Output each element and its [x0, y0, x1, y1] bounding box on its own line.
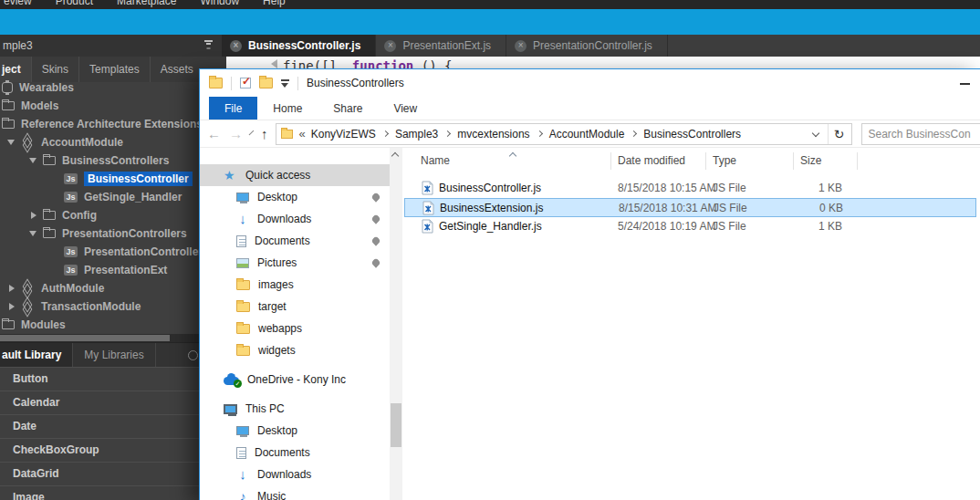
nav-item-pc-downloads[interactable]: Downloads: [200, 464, 390, 485]
widget-item-button[interactable]: Button: [0, 368, 199, 391]
tab-default-library[interactable]: ault Library: [0, 343, 73, 367]
column-divider[interactable]: [705, 152, 706, 170]
tree-item-businesscontrollers[interactable]: BusinessControllers: [0, 151, 199, 170]
column-divider[interactable]: [857, 152, 858, 170]
scroll-up-icon[interactable]: [391, 152, 399, 160]
file-row-businesscontroller[interactable]: BusinessController.js 8/15/2018 10:15 AM…: [404, 179, 976, 198]
editor-tab-presentationext[interactable]: PresentationExt.js: [376, 35, 506, 57]
column-header-size[interactable]: Size: [800, 148, 821, 173]
nav-item-images[interactable]: images: [200, 274, 390, 296]
chevron-down-icon[interactable]: [7, 136, 17, 149]
widget-item-date[interactable]: Date: [0, 415, 199, 439]
tree-item-presentationcontrollers[interactable]: PresentationControllers: [0, 224, 199, 243]
fold-arrow-icon[interactable]: [266, 59, 277, 68]
nav-item-webapps[interactable]: webapps: [200, 318, 390, 339]
column-divider[interactable]: [793, 152, 794, 170]
address-dropdown-chevron-icon[interactable]: [812, 129, 819, 136]
scrollbar-thumb[interactable]: [0, 335, 170, 341]
horizontal-scrollbar[interactable]: [0, 334, 199, 342]
tree-item-presentationcontroller[interactable]: PresentationController: [0, 243, 199, 261]
menu-item[interactable]: eview: [4, 0, 32, 9]
menu-item[interactable]: Marketplace: [117, 0, 176, 9]
refresh-icon[interactable]: ↻: [834, 128, 847, 141]
widget-item-image[interactable]: Image: [0, 486, 199, 500]
back-icon[interactable]: ←: [207, 127, 221, 141]
breadcrumb-segment[interactable]: mvcextensions: [457, 128, 529, 141]
chevron-right-icon[interactable]: [29, 212, 39, 219]
chevron-right-icon[interactable]: [537, 130, 543, 137]
tree-item-getsingle-handler[interactable]: GetSingle_Handler: [0, 188, 199, 206]
column-header-date-modified[interactable]: Date modified: [618, 148, 685, 173]
up-icon[interactable]: ↑: [261, 127, 268, 141]
chevron-right-icon[interactable]: [7, 285, 17, 292]
quick-access-toolbar-dropdown-icon[interactable]: [281, 78, 289, 88]
chevron-right-icon[interactable]: [631, 130, 637, 137]
search-icon[interactable]: [184, 343, 199, 367]
tree-item-businesscontroller[interactable]: BusinessController: [0, 170, 199, 188]
tree-item-modules[interactable]: Modules: [0, 316, 199, 334]
nav-item-desktop[interactable]: Desktop: [200, 186, 390, 208]
tree-item-models[interactable]: Models: [0, 97, 199, 115]
column-header-type[interactable]: Type: [713, 148, 736, 173]
file-row-businessextension-selected[interactable]: BusinessExtension.js 8/15/2018 10:31 AM …: [404, 198, 976, 217]
panel-pin-icon[interactable]: [204, 40, 213, 50]
ribbon-tab-file[interactable]: File: [209, 97, 257, 120]
widget-item-checkboxgroup[interactable]: CheckBoxGroup: [0, 439, 199, 463]
nav-item-pictures[interactable]: Pictures: [200, 252, 390, 274]
menu-item[interactable]: Product: [56, 0, 93, 9]
nav-scrollbar[interactable]: [390, 148, 402, 500]
tree-item-transactionmodule[interactable]: TransactionModule: [0, 297, 199, 316]
chevron-right-icon[interactable]: [382, 130, 389, 137]
explorer-titlebar[interactable]: BusinessControllers: [200, 69, 980, 97]
tree-item-authmodule[interactable]: AuthModule: [0, 279, 199, 297]
nav-item-this-pc[interactable]: This PC: [200, 398, 390, 420]
nav-item-documents[interactable]: Documents: [200, 230, 390, 252]
ribbon-tab-home[interactable]: Home: [257, 97, 318, 120]
forward-icon[interactable]: →: [229, 127, 243, 141]
breadcrumb-segment[interactable]: BusinessControllers: [643, 128, 741, 141]
minimize-icon[interactable]: [960, 83, 970, 85]
close-icon[interactable]: [384, 40, 396, 52]
breadcrumb-segment[interactable]: KonyVizEWS: [311, 128, 376, 141]
tree-item-presentationext[interactable]: PresentationExt: [0, 261, 199, 279]
properties-check-icon[interactable]: [240, 78, 251, 89]
widget-item-datagrid[interactable]: DataGrid: [0, 463, 199, 486]
breadcrumb-overflow[interactable]: «: [299, 127, 306, 141]
nav-item-pc-desktop[interactable]: Desktop: [200, 420, 390, 442]
menu-item[interactable]: Help: [263, 0, 286, 9]
code-editor[interactable]: fine([], function () {: [199, 57, 980, 68]
nav-item-pc-documents[interactable]: Documents: [200, 442, 390, 464]
new-folder-icon[interactable]: [259, 78, 273, 89]
nav-item-onedrive[interactable]: OneDrive - Kony Inc: [200, 369, 390, 391]
ribbon-tab-share[interactable]: Share: [318, 97, 378, 120]
ribbon-tab-view[interactable]: View: [378, 97, 433, 120]
nav-item-widgets[interactable]: widgets: [200, 339, 390, 361]
chevron-right-icon[interactable]: [7, 303, 17, 310]
breadcrumb-segment[interactable]: AccountModule: [549, 128, 625, 141]
tree-item-reference-architecture-extensions[interactable]: Reference Architecture Extensions: [0, 115, 199, 133]
file-row-getsingle-handler[interactable]: GetSingle_Handler.js 5/24/2018 10:19 AM …: [404, 217, 976, 236]
chevron-down-icon[interactable]: [29, 227, 39, 240]
widget-item-calendar[interactable]: Calendar: [0, 391, 199, 415]
nav-item-pc-music[interactable]: Music: [200, 485, 390, 500]
search-input[interactable]: [862, 124, 980, 144]
tree-item-config[interactable]: Config: [0, 206, 199, 224]
chevron-right-icon[interactable]: [444, 130, 451, 137]
nav-item-quick-access[interactable]: Quick access: [200, 164, 390, 186]
tree-item-accountmodule[interactable]: AccountModule: [0, 133, 199, 151]
editor-tab-businesscontroller[interactable]: BusinessController.js: [222, 35, 376, 57]
editor-tab-presentationcontroller[interactable]: PresentationController.js: [506, 35, 668, 57]
address-bar[interactable]: « KonyVizEWS Sample3 mvcextensions Accou…: [276, 123, 852, 145]
scrollbar-thumb[interactable]: [391, 403, 401, 447]
search-box[interactable]: [861, 123, 980, 145]
nav-item-downloads[interactable]: Downloads: [200, 208, 390, 230]
menu-item[interactable]: Window: [200, 0, 239, 9]
tab-my-libraries[interactable]: My Libraries: [73, 343, 155, 367]
breadcrumb-segment[interactable]: Sample3: [395, 128, 438, 141]
recent-locations-chevron-icon[interactable]: [249, 130, 255, 135]
tree-item-wearables[interactable]: Wearables: [0, 78, 199, 97]
chevron-down-icon[interactable]: [29, 154, 39, 167]
close-icon[interactable]: [515, 40, 526, 52]
close-icon[interactable]: [230, 40, 242, 52]
column-header-name[interactable]: Name: [421, 148, 450, 173]
